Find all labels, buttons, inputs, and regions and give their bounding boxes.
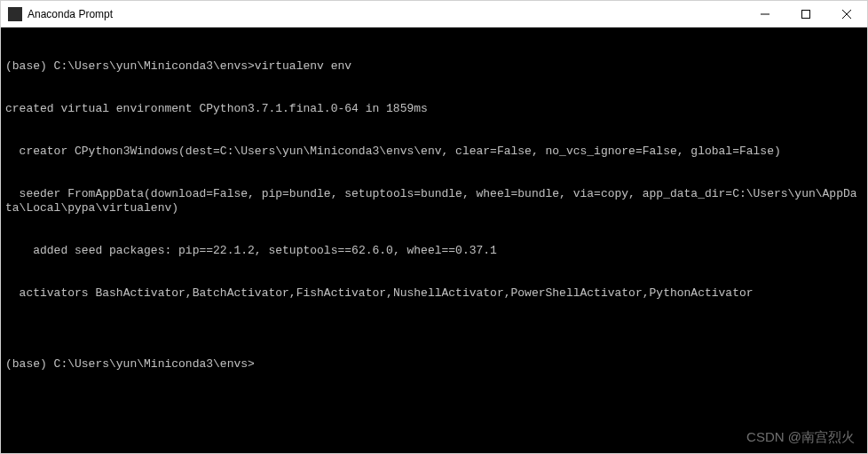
terminal-line: added seed packages: pip==22.1.2, setupt…	[5, 244, 863, 258]
window-title: Anaconda Prompt	[28, 8, 745, 20]
terminal-line: activators BashActivator,BatchActivator,…	[5, 286, 863, 301]
minimize-button[interactable]	[745, 1, 785, 27]
window-controls	[745, 1, 867, 27]
terminal-line: created virtual environment CPython3.7.1…	[5, 102, 863, 116]
maximize-button[interactable]	[785, 1, 826, 27]
window-frame: Anaconda Prompt (base) C:\Users\yun\Mini…	[0, 0, 868, 454]
terminal-area[interactable]: (base) C:\Users\yun\Miniconda3\envs>virt…	[1, 27, 867, 453]
terminal-line: (base) C:\Users\yun\Miniconda3\envs>	[5, 357, 863, 372]
watermark: CSDN @南宫烈火	[746, 430, 855, 444]
terminal-line: (base) C:\Users\yun\Miniconda3\envs>virt…	[5, 59, 863, 74]
terminal-line: creator CPython3Windows(dest=C:\Users\yu…	[5, 145, 863, 159]
svg-rect-1	[802, 10, 810, 18]
close-button[interactable]	[826, 1, 867, 27]
terminal-line: seeder FromAppData(download=False, pip=b…	[5, 187, 863, 215]
app-icon	[8, 7, 22, 21]
titlebar[interactable]: Anaconda Prompt	[1, 1, 867, 27]
